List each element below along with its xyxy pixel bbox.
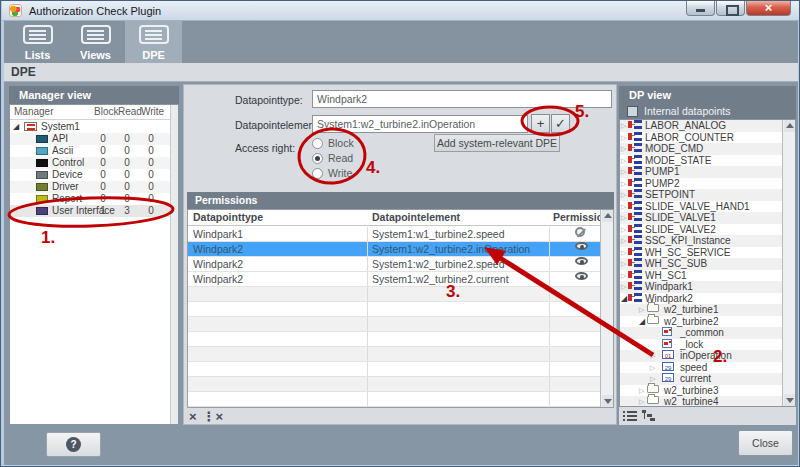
dp-tree-item-speed[interactable]: ▷29speed (620, 362, 783, 374)
toolbar-button-label: Lists (9, 49, 66, 61)
dpt-icon (628, 155, 642, 164)
dp-tree-scrollbar[interactable] (782, 120, 795, 406)
collapsed-arrow-icon[interactable]: ▷ (621, 166, 626, 177)
dp-tree-item-windpark2[interactable]: ◢Windpark2 (620, 293, 783, 305)
dp-tree-item-setpoint[interactable]: ▷SETPOINT (620, 189, 783, 201)
add-system-relevant-dpe-button[interactable]: Add system-relevant DPE (434, 134, 560, 152)
expanded-arrow-icon[interactable]: ◢ (639, 316, 645, 327)
column-datapointelement: Datapointelement (372, 211, 460, 223)
manager-row-device[interactable]: Device000 (10, 169, 170, 181)
manager-label: Report (52, 193, 82, 205)
collapsed-arrow-icon[interactable]: ▷ (621, 155, 626, 166)
dp-tree-item-wh_sc_sub[interactable]: ▷WH_SC_SUB (620, 258, 783, 270)
dpt-icon (628, 189, 642, 198)
dp-tree-item-labor_counter[interactable]: ▷LABOR_COUNTER (620, 132, 783, 144)
radio-block[interactable]: Block (312, 137, 354, 150)
manager-tree-root[interactable]: ◢System1 (10, 121, 170, 133)
close-button[interactable]: Close (738, 430, 793, 456)
collapsed-arrow-icon[interactable]: ▷ (639, 385, 644, 396)
dp-tree-item-pump1[interactable]: ▷PUMP1 (620, 166, 783, 178)
list-mode-icon[interactable] (623, 410, 637, 421)
manager-row-api[interactable]: API000 (10, 133, 170, 145)
dp-tree-item-windpark1[interactable]: ▷Windpark1 (620, 281, 783, 293)
toolbar-button-lists[interactable]: Lists (9, 21, 66, 63)
dp-tree-label: PUMP2 (645, 178, 679, 189)
datapointtype-input[interactable]: Windpark2 (312, 90, 612, 108)
scroll-up-icon[interactable] (784, 120, 795, 132)
radio-read[interactable]: Read (312, 152, 353, 165)
manager-row-report[interactable]: Report000 (10, 193, 170, 205)
collapsed-arrow-icon[interactable]: ▷ (621, 212, 626, 223)
close-window-button[interactable] (746, 1, 791, 16)
collapsed-arrow-icon[interactable]: ▷ (650, 362, 655, 373)
collapsed-arrow-icon[interactable]: ▷ (621, 201, 626, 212)
collapsed-arrow-icon[interactable]: ▷ (621, 281, 626, 292)
manager-row-user-interface[interactable]: User Interface130 (10, 205, 170, 217)
collapsed-arrow-icon[interactable]: ▷ (621, 258, 626, 269)
collapsed-arrow-icon[interactable]: ▷ (621, 120, 626, 131)
confirm-dpe-button[interactable]: ✓ (551, 114, 570, 133)
tree-mode-icon[interactable] (642, 410, 655, 421)
dp-tree-item-pump2[interactable]: ▷PUMP2 (620, 178, 783, 190)
folder-icon (647, 316, 659, 324)
dp-tree-item-mode_state[interactable]: ▷MODE_STATE (620, 155, 783, 167)
column-read: Read (118, 106, 142, 117)
collapsed-arrow-icon[interactable]: ▷ (621, 178, 626, 189)
radio-label: Write (328, 167, 352, 179)
dp-tree-item-w2_turbine2[interactable]: ◢w2_turbine2 (620, 316, 783, 328)
dp-tree-item-w2_turbine1[interactable]: ▷w2_turbine1 (620, 304, 783, 316)
collapsed-arrow-icon[interactable]: ▷ (650, 350, 655, 361)
help-button[interactable]: ? (46, 432, 101, 457)
manager-row-driver[interactable]: Driver000 (10, 181, 170, 193)
scroll-down-icon[interactable] (602, 395, 613, 407)
collapsed-arrow-icon[interactable]: ▷ (639, 396, 644, 407)
internal-datapoints-checkbox[interactable] (627, 106, 638, 117)
dp-tree-item-_common[interactable]: _common (620, 327, 783, 339)
expanded-arrow-icon[interactable]: ◢ (13, 121, 19, 133)
permission-row[interactable]: Windpark2System1:w2_turbine2.speed (188, 257, 601, 272)
radio-write[interactable]: Write (312, 167, 352, 180)
dp-tree-item-current[interactable]: ▷29current (620, 373, 783, 385)
dp-tree-item-wh_sc_service[interactable]: ▷WH_SC_SERVICE (620, 247, 783, 259)
collapsed-arrow-icon[interactable]: ▷ (621, 235, 626, 246)
permission-row[interactable]: Windpark1System1:w1_turbine2.speed (188, 227, 601, 242)
collapsed-arrow-icon[interactable]: ▷ (639, 304, 644, 315)
maximize-button[interactable] (716, 1, 745, 16)
dp-tree-item-labor_analog[interactable]: ▷LABOR_ANALOG (620, 120, 783, 132)
dp-tree-item-inoperation[interactable]: ▷01inOperation (620, 350, 783, 362)
permission-row[interactable]: Windpark2System1:w2_turbine2.inOperation (188, 242, 601, 257)
toolbar-button-views[interactable]: Views (67, 21, 124, 63)
dp-tree-item-mode_cmd[interactable]: ▷MODE_CMD (620, 143, 783, 155)
manager-row-ascii[interactable]: Ascii000 (10, 145, 170, 157)
collapsed-arrow-icon[interactable]: ▷ (621, 143, 626, 154)
delete-all-icon[interactable]: ⋮× (203, 409, 224, 424)
scroll-down-icon[interactable] (784, 394, 795, 406)
permissions-scrollbar[interactable] (600, 210, 613, 407)
dp-tree-item-slide_valve1[interactable]: ▷SLIDE_VALVE1 (620, 212, 783, 224)
collapsed-arrow-icon[interactable]: ▷ (621, 132, 626, 143)
toolbar-button-dpe[interactable]: DPE (125, 21, 182, 63)
collapsed-arrow-icon[interactable]: ▷ (621, 270, 626, 281)
dp-tree-item-_lock[interactable]: _lock (620, 339, 783, 351)
collapsed-arrow-icon[interactable]: ▷ (621, 189, 626, 200)
dp-tree-item-slide_valve2[interactable]: ▷SLIDE_VALVE2 (620, 224, 783, 236)
color-swatch (36, 159, 48, 167)
dpt-icon (628, 258, 642, 267)
manager-scrollbar[interactable] (170, 105, 178, 424)
section-title: DPE (4, 63, 798, 82)
delete-icon[interactable]: × (189, 409, 197, 424)
dp-tree-item-slide_valve_hand1[interactable]: ▷SLIDE_VALVE_HAND1 (620, 201, 783, 213)
expanded-arrow-icon[interactable]: ◢ (621, 293, 627, 304)
dp-tree-item-w2_turbine4[interactable]: ▷w2_turbine4 (620, 396, 783, 407)
dp-tree-item-w2_turbine3[interactable]: ▷w2_turbine3 (620, 385, 783, 397)
dp-tree-item-ssc_kpi_instance[interactable]: ▷SSC_KPI_Instance (620, 235, 783, 247)
manager-row-control[interactable]: Control000 (10, 157, 170, 169)
scroll-up-icon[interactable] (602, 210, 613, 222)
permission-row[interactable]: Windpark2System1:w2_turbine2.current (188, 272, 601, 287)
add-dpe-button[interactable]: + (531, 114, 550, 133)
collapsed-arrow-icon[interactable]: ▷ (621, 247, 626, 258)
dp-tree-item-wh_sc1[interactable]: ▷WH_SC1 (620, 270, 783, 282)
collapsed-arrow-icon[interactable]: ▷ (621, 224, 626, 235)
minimize-button[interactable] (686, 1, 715, 16)
datapointelement-input[interactable]: System1:w2_turbine2.inOperation (312, 115, 528, 133)
